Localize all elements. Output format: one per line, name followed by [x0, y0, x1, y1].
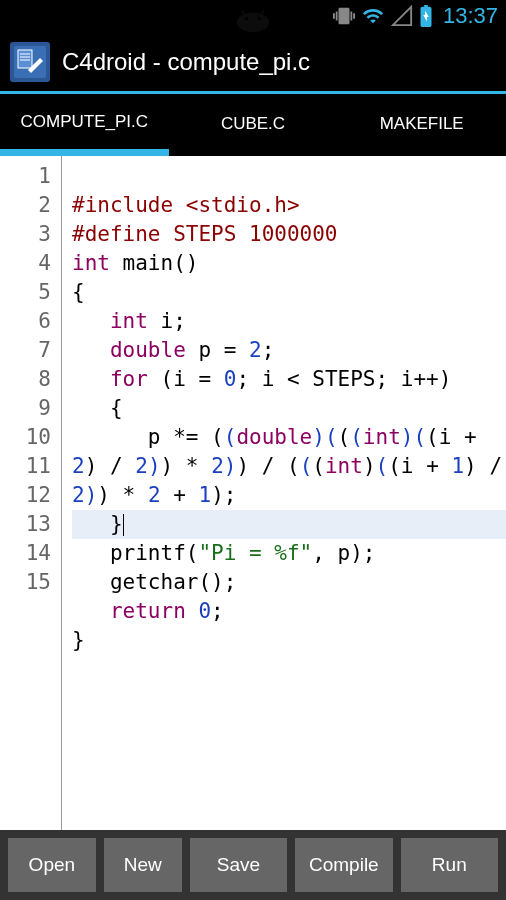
new-button[interactable]: New	[104, 838, 182, 892]
android-logo-bg	[218, 0, 288, 32]
tab-makefile[interactable]: MAKEFILE	[337, 94, 506, 156]
tabs-bar: COMPUTE_PI.C CUBE.C MAKEFILE	[0, 94, 506, 156]
tab-label: COMPUTE_PI.C	[21, 112, 149, 132]
app-header: C4droid - compute_pi.c	[0, 32, 506, 94]
line-gutter: 123456789101112131415	[0, 156, 62, 836]
compile-button[interactable]: Compile	[295, 838, 392, 892]
battery-icon	[419, 5, 433, 27]
save-button[interactable]: Save	[190, 838, 287, 892]
tab-cube[interactable]: CUBE.C	[169, 94, 338, 156]
svg-rect-7	[18, 50, 32, 68]
svg-point-2	[258, 17, 261, 20]
code-editor[interactable]: 123456789101112131415 #include <stdio.h>…	[0, 156, 506, 836]
run-button[interactable]: Run	[401, 838, 498, 892]
code-area[interactable]: #include <stdio.h>#define STEPS 1000000i…	[62, 156, 506, 836]
svg-point-0	[237, 13, 269, 32]
tab-label: CUBE.C	[221, 114, 285, 134]
tab-compute-pi[interactable]: COMPUTE_PI.C	[0, 94, 169, 156]
wifi-icon	[361, 5, 385, 27]
app-title: C4droid - compute_pi.c	[62, 48, 310, 76]
bottom-toolbar: Open New Save Compile Run	[0, 830, 506, 900]
status-time: 13:37	[443, 3, 498, 29]
signal-icon	[391, 5, 413, 27]
status-bar: 13:37	[0, 0, 506, 32]
vibrate-icon	[333, 5, 355, 27]
svg-point-1	[245, 17, 248, 20]
tab-label: MAKEFILE	[380, 114, 464, 134]
app-icon	[10, 42, 50, 82]
open-button[interactable]: Open	[8, 838, 96, 892]
